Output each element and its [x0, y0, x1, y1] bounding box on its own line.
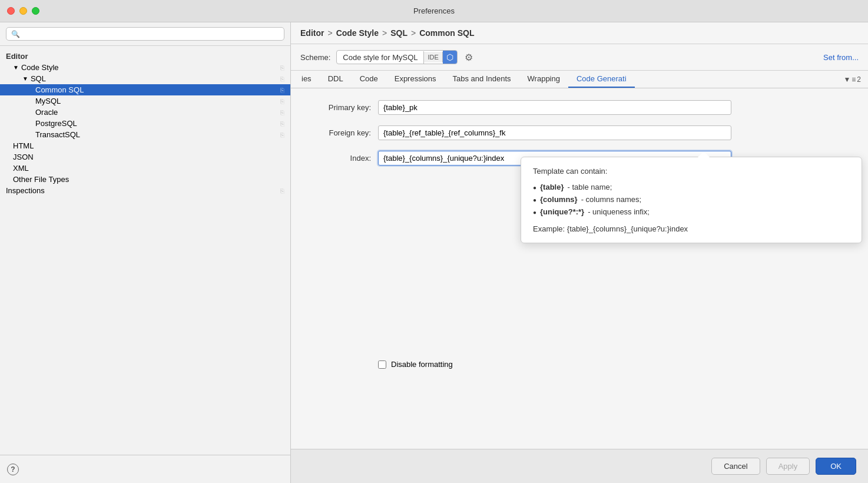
sidebar-item-sql[interactable]: ▼ SQL ⎘ [0, 73, 290, 84]
sidebar-tree: Editor ▼ Code Style ⎘ ▼ SQL ⎘ Common SQL… [0, 46, 290, 455]
sidebar-item-postgresql[interactable]: PostgreSQL ⎘ [0, 118, 290, 129]
bottom-bar: Cancel Apply OK [291, 449, 868, 483]
apply-button[interactable]: Apply [766, 458, 810, 475]
sidebar-item-label: HTML [13, 141, 34, 150]
tooltip-popup: Template can contain: {table} - table na… [521, 157, 862, 243]
tooltip-example-label: Example: [533, 224, 565, 233]
copy-icon: ⎘ [280, 109, 284, 116]
tab-wrapping[interactable]: Wrapping [519, 71, 568, 88]
sidebar-footer: ? [0, 455, 290, 483]
primary-key-label: Primary key: [300, 103, 371, 112]
overflow-icon: ▼ [843, 75, 850, 84]
sidebar-item-label: TransactSQL [35, 130, 80, 139]
scheme-bar: Scheme: Code style for MySQL IDE ⬡ ⚙ Set… [291, 44, 868, 71]
scheme-dropdown[interactable]: Code style for MySQL IDE ⬡ [336, 50, 458, 64]
scheme-ide-badge: IDE [424, 52, 442, 62]
tooltip-desc-unique: - uniqueness infix; [588, 207, 650, 216]
primary-key-row: Primary key: [300, 100, 859, 115]
triangle-icon: ▼ [13, 64, 19, 71]
sidebar-item-xml[interactable]: XML [0, 163, 290, 174]
tab-expressions[interactable]: Expressions [386, 71, 445, 88]
ok-button[interactable]: OK [816, 458, 856, 475]
sidebar-item-label: Other File Types [13, 175, 69, 184]
breadcrumb-sep-3: > [411, 28, 416, 38]
sidebar: 🔍 Editor ▼ Code Style ⎘ ▼ SQL ⎘ Comm [0, 22, 291, 483]
search-icon: 🔍 [11, 30, 20, 38]
sidebar-item-label: Common SQL [35, 85, 84, 94]
sidebar-item-label: SQL [31, 74, 46, 83]
close-button[interactable] [7, 7, 15, 15]
scheme-label: Scheme: [300, 53, 330, 62]
copy-icon: ⎘ [280, 131, 284, 138]
foreign-key-row: Foreign key: [300, 125, 859, 140]
sidebar-item-label: Oracle [35, 108, 58, 117]
copy-icon: ⎘ [280, 64, 284, 71]
copy-icon: ⎘ [280, 187, 284, 194]
tab-code-generation[interactable]: Code Generati [568, 71, 635, 88]
search-input[interactable] [23, 29, 279, 38]
scheme-value: Code style for MySQL [337, 51, 424, 64]
sidebar-item-label: JSON [13, 153, 34, 161]
breadcrumb-code-style: Code Style [336, 28, 379, 38]
main-panel: Editor > Code Style > SQL > Common SQL S… [291, 22, 868, 483]
sidebar-section-editor: Editor [0, 49, 290, 62]
breadcrumb: Editor > Code Style > SQL > Common SQL [291, 22, 868, 44]
content-area: Primary key: Foreign key: Index: Templat… [291, 88, 868, 449]
window-title: Preferences [413, 6, 455, 15]
tooltip-item-unique: {unique?*:*} - uniqueness infix; [533, 207, 850, 216]
search-bar: 🔍 [0, 22, 290, 46]
sidebar-item-common-sql[interactable]: Common SQL ⎘ [0, 84, 290, 95]
sidebar-item-html[interactable]: HTML [0, 140, 290, 151]
breadcrumb-sep-1: > [327, 28, 332, 38]
tooltip-key-table: {table} [540, 183, 564, 191]
tab-code[interactable]: Code [352, 71, 386, 88]
title-bar: Preferences [0, 0, 868, 22]
primary-key-input[interactable] [378, 100, 731, 115]
set-from-button[interactable]: Set from... [823, 53, 859, 62]
sidebar-item-label: Inspections [6, 186, 45, 195]
disable-formatting-checkbox[interactable] [378, 360, 386, 369]
sidebar-item-transactsql[interactable]: TransactSQL ⎘ [0, 129, 290, 140]
sidebar-item-oracle[interactable]: Oracle ⎘ [0, 107, 290, 118]
tooltip-list: {table} - table name; {columns} - column… [533, 183, 850, 216]
breadcrumb-common-sql: Common SQL [419, 28, 474, 38]
breadcrumb-editor: Editor [300, 28, 324, 38]
tooltip-item-columns: {columns} - columns names; [533, 195, 850, 204]
tooltip-example: Example: {table}_{columns}_{unique?u:}in… [533, 224, 850, 233]
help-button[interactable]: ? [7, 464, 19, 475]
cancel-button[interactable]: Cancel [711, 458, 760, 475]
breadcrumb-sql: SQL [390, 28, 408, 38]
maximize-button[interactable] [32, 7, 39, 15]
tooltip-desc-table: - table name; [568, 183, 612, 191]
sidebar-item-json[interactable]: JSON [0, 151, 290, 163]
sidebar-item-code-style[interactable]: ▼ Code Style ⎘ [0, 62, 290, 73]
search-wrap: 🔍 [6, 27, 284, 41]
sidebar-item-inspections[interactable]: Inspections ⎘ [0, 185, 290, 196]
overflow-lines-icon: ≡ [852, 75, 856, 84]
copy-icon: ⎘ [280, 87, 284, 94]
window-controls [7, 7, 39, 15]
sidebar-item-other-file-types[interactable]: Other File Types [0, 174, 290, 185]
sidebar-item-mysql[interactable]: MySQL ⎘ [0, 95, 290, 107]
foreign-key-input[interactable] [378, 125, 731, 140]
tab-queries[interactable]: ies [293, 71, 320, 88]
index-label: Index: [300, 154, 371, 163]
sidebar-item-label: MySQL [35, 97, 61, 105]
sidebar-item-label: PostgreSQL [35, 119, 77, 128]
minimize-button[interactable] [19, 7, 27, 15]
main-content: 🔍 Editor ▼ Code Style ⎘ ▼ SQL ⎘ Comm [0, 22, 868, 483]
tooltip-example-value: {table}_{columns}_{unique?u:}index [567, 224, 688, 233]
tabs-bar: ies DDL Code Expressions Tabs and Indent… [291, 71, 868, 88]
copy-icon: ⎘ [280, 75, 284, 82]
gear-button[interactable]: ⚙ [463, 51, 474, 64]
breadcrumb-sep-2: > [382, 28, 387, 38]
tooltip-key-columns: {columns} [540, 195, 578, 204]
copy-icon: ⎘ [280, 120, 284, 127]
foreign-key-label: Foreign key: [300, 128, 371, 137]
tab-overflow-button[interactable]: ▼ ≡ 2 [839, 73, 866, 86]
tooltip-item-table: {table} - table name; [533, 183, 850, 191]
tab-ddl[interactable]: DDL [320, 71, 352, 88]
scheme-arrows-button[interactable]: ⬡ [443, 51, 457, 64]
tab-tabs-indents[interactable]: Tabs and Indents [445, 71, 519, 88]
tooltip-key-unique: {unique?*:*} [540, 207, 584, 216]
